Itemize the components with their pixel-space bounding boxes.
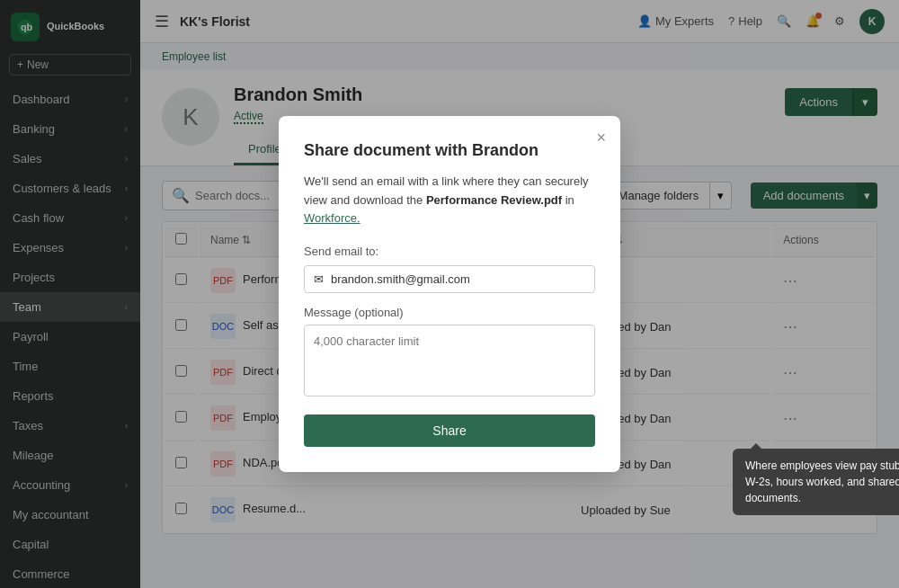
modal-title: Share document with Brandon xyxy=(304,141,595,160)
workforce-tooltip: Where employees view pay stubs, W-2s, ho… xyxy=(733,449,899,515)
file-name: Performance Review.pdf xyxy=(426,193,562,207)
workforce-link[interactable]: Workforce. xyxy=(304,211,360,225)
message-textarea[interactable] xyxy=(304,325,595,396)
share-document-modal: × Share document with Brandon We'll send… xyxy=(279,116,620,472)
recipient-email: brandon.smith@gmail.com xyxy=(331,272,470,286)
send-email-label: Send email to: xyxy=(304,245,595,258)
message-label: Message (optional) xyxy=(304,306,595,319)
modal-close-button[interactable]: × xyxy=(596,129,606,147)
email-field: ✉ brandon.smith@gmail.com xyxy=(304,265,595,293)
email-icon: ✉ xyxy=(314,272,324,286)
share-button[interactable]: Share xyxy=(304,414,595,447)
modal-overlay[interactable]: × Share document with Brandon We'll send… xyxy=(0,0,899,588)
description-middle: in xyxy=(562,193,574,207)
modal-description: We'll send an email with a link where th… xyxy=(304,173,595,228)
